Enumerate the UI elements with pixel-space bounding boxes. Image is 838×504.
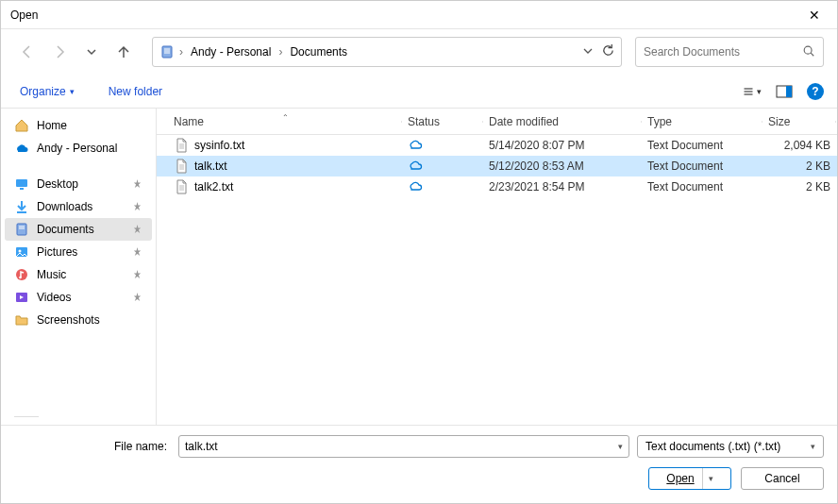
sidebar-item-label: Screenshots — [37, 313, 100, 327]
file-size: 2,094 KB — [763, 139, 836, 152]
file-icon — [174, 138, 189, 153]
svg-rect-10 — [786, 86, 792, 97]
column-type[interactable]: Type — [642, 115, 763, 128]
sidebar-item-label: Downloads — [37, 200, 92, 213]
sidebar-item-label: Documents — [37, 223, 94, 236]
svg-rect-11 — [16, 179, 27, 187]
recent-dropdown[interactable] — [78, 39, 105, 65]
chevron-right-icon[interactable]: › — [177, 45, 185, 59]
sidebar-item-music[interactable]: Music — [5, 263, 152, 286]
downloads-icon — [14, 199, 29, 214]
open-button[interactable]: Open ▾ — [648, 467, 731, 490]
file-date: 2/23/2021 8:54 PM — [483, 180, 642, 193]
sidebar-item-downloads[interactable]: Downloads — [5, 195, 152, 218]
address-bar[interactable]: › Andy - Personal › Documents — [152, 37, 622, 67]
column-date[interactable]: Date modified — [483, 115, 642, 128]
sidebar-item-documents[interactable]: Documents — [5, 218, 152, 241]
file-name: talk.txt — [194, 160, 227, 173]
filename-input[interactable] — [185, 440, 614, 453]
refresh-icon[interactable] — [601, 43, 615, 60]
sidebar-item-onedrive[interactable]: Andy - Personal — [5, 137, 152, 160]
sidebar-item-label: Andy - Personal — [37, 142, 117, 155]
sidebar-item-label: Music — [37, 268, 66, 281]
file-icon — [174, 159, 189, 174]
svg-line-5 — [811, 53, 813, 56]
file-row[interactable]: talk.txt5/12/2020 8:53 AMText Document2 … — [157, 156, 837, 176]
organize-button[interactable]: Organize▾ — [14, 81, 80, 102]
svg-point-20 — [19, 277, 22, 279]
pin-icon — [132, 269, 142, 281]
svg-point-18 — [19, 250, 22, 253]
file-type: Text Document — [642, 160, 763, 173]
file-size: 2 KB — [763, 180, 836, 193]
svg-rect-14 — [17, 224, 26, 235]
forward-button[interactable] — [46, 39, 73, 65]
breadcrumb-segment[interactable]: Documents — [286, 43, 351, 60]
file-size: 2 KB — [763, 160, 836, 173]
sidebar-item-screenshots[interactable]: Screenshots — [5, 309, 152, 331]
pin-icon — [132, 292, 142, 304]
file-date: 5/12/2020 8:53 AM — [483, 160, 642, 173]
sidebar-item-label: Pictures — [37, 245, 77, 259]
file-icon — [174, 179, 189, 194]
view-button[interactable]: ▾ — [743, 82, 762, 101]
sidebar-item-videos[interactable]: Videos — [5, 286, 152, 309]
desktop-icon — [14, 176, 29, 192]
sidebar-item-label: Home — [37, 119, 67, 132]
back-button[interactable] — [14, 39, 41, 65]
breadcrumb-segment[interactable]: Andy - Personal — [187, 43, 275, 60]
pictures-icon — [14, 244, 29, 260]
svg-point-19 — [16, 269, 27, 280]
sidebar-item-label: Videos — [37, 291, 71, 304]
filter-dropdown[interactable]: Text documents (.txt) (*.txt) ▾ — [637, 435, 824, 458]
documents-icon — [14, 222, 29, 237]
file-row[interactable]: sysinfo.txt5/14/2020 8:07 PMText Documen… — [157, 135, 837, 156]
chevron-down-icon: ▾ — [70, 87, 75, 96]
history-dropdown-icon[interactable] — [582, 45, 594, 59]
file-date: 5/14/2020 8:07 PM — [483, 139, 642, 152]
sort-indicator-icon: ⌃ — [282, 113, 289, 122]
home-icon — [14, 118, 29, 133]
sidebar-item-pictures[interactable]: Pictures — [5, 241, 152, 263]
column-headers: Name⌃ Status Date modified Type Size — [157, 109, 837, 135]
preview-pane-button[interactable] — [775, 82, 794, 101]
svg-rect-12 — [20, 188, 24, 190]
up-button[interactable] — [110, 39, 137, 65]
videos-icon — [14, 290, 29, 305]
cloud-status-icon — [408, 183, 423, 196]
sidebar-item-home[interactable]: Home — [5, 114, 152, 137]
cloud-status-icon — [408, 142, 423, 155]
pin-icon — [132, 224, 142, 236]
search-box[interactable] — [635, 37, 824, 67]
search-icon[interactable] — [802, 44, 815, 60]
onedrive-icon — [14, 141, 29, 156]
documents-icon — [159, 43, 176, 60]
column-status[interactable]: Status — [402, 115, 483, 128]
file-type: Text Document — [642, 180, 763, 193]
file-name: talk2.txt — [194, 180, 233, 193]
search-input[interactable] — [644, 45, 802, 59]
help-icon[interactable]: ? — [807, 83, 824, 100]
file-name: sysinfo.txt — [194, 139, 244, 152]
chevron-right-icon[interactable]: › — [277, 45, 284, 59]
pin-icon — [132, 201, 142, 213]
filename-input-wrap[interactable]: ▾ — [178, 435, 629, 458]
filter-label: Text documents (.txt) (*.txt) — [645, 440, 780, 453]
new-folder-button[interactable]: New folder — [103, 81, 168, 102]
file-row[interactable]: talk2.txt2/23/2021 8:54 PMText Document2… — [157, 176, 837, 197]
chevron-down-icon[interactable]: ▾ — [702, 468, 713, 489]
close-icon[interactable]: ✕ — [801, 4, 828, 26]
column-size[interactable]: Size — [763, 115, 836, 128]
music-icon — [14, 267, 29, 282]
sidebar-item-desktop[interactable]: Desktop — [5, 173, 152, 195]
chevron-down-icon[interactable]: ▾ — [614, 442, 623, 451]
filename-label: File name: — [14, 440, 171, 453]
pin-icon — [132, 246, 142, 259]
folder-icon — [14, 312, 29, 328]
sidebar: Home Andy - Personal DesktopDownloadsDoc… — [1, 109, 157, 425]
pin-icon — [132, 178, 142, 191]
svg-point-4 — [804, 46, 812, 54]
cloud-status-icon — [408, 162, 423, 176]
column-name[interactable]: Name⌃ — [168, 115, 402, 128]
cancel-button[interactable]: Cancel — [741, 467, 824, 490]
